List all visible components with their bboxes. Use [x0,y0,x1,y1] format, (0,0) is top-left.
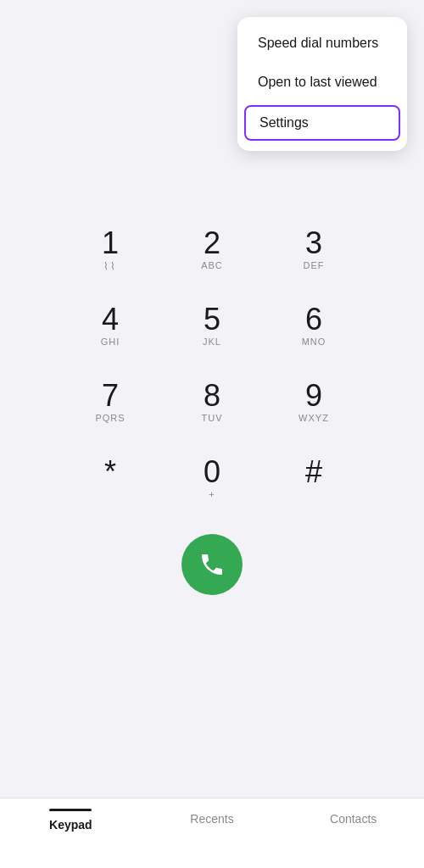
dialpad-container: 1⌇⌇2ABC3DEF4GHI5JKL6MNO7PQRS8TUV9WXYZ*0+… [0,212,424,595]
dial-key-1[interactable]: 1⌇⌇ [59,212,161,288]
dialpad-grid: 1⌇⌇2ABC3DEF4GHI5JKL6MNO7PQRS8TUV9WXYZ*0+… [59,212,365,517]
dial-letters-3: GHI [101,337,120,348]
nav-keypad-underline [49,809,92,811]
dropdown-menu: Speed dial numbers Open to last viewed S… [237,17,407,151]
dial-number-7: 8 [204,381,220,411]
phone-icon [198,551,226,578]
dial-letters-8: WXYZ [298,413,329,425]
dial-key-*[interactable]: * [59,441,161,517]
nav-contacts[interactable]: Contacts [282,809,424,826]
nav-recents[interactable]: Recents [142,809,283,826]
dial-letters-1: ABC [201,260,223,272]
dial-number-8: 9 [305,381,322,411]
dial-letters-10: + [209,489,215,501]
dial-key-#[interactable]: # [263,441,365,517]
dial-number-11: # [305,457,322,487]
dial-key-8[interactable]: 8TUV [161,364,263,441]
dial-letters-7: TUV [202,413,223,425]
dial-key-9[interactable]: 9WXYZ [263,364,365,441]
dropdown-speed-dial[interactable]: Speed dial numbers [237,24,407,63]
dial-letters-0: ⌇⌇ [103,260,117,272]
dial-number-10: 0 [204,457,220,487]
dial-number-6: 7 [102,381,119,411]
dial-key-7[interactable]: 7PQRS [59,364,161,441]
dial-number-4: 5 [204,304,220,335]
dial-number-1: 2 [204,228,220,259]
nav-recents-label: Recents [190,812,233,826]
dial-key-3[interactable]: 3DEF [263,212,365,288]
nav-keypad[interactable]: Keypad [0,809,142,832]
dropdown-settings[interactable]: Settings [244,105,400,141]
dropdown-open-last[interactable]: Open to last viewed [237,63,407,102]
call-button-container [181,534,243,595]
dial-number-5: 6 [305,304,322,335]
dial-key-5[interactable]: 5JKL [161,288,263,364]
bottom-nav: Keypad Recents Contacts [0,798,424,868]
call-button[interactable] [181,534,243,595]
dial-letters-5: MNO [302,337,326,348]
dial-key-2[interactable]: 2ABC [161,212,263,288]
dial-number-9: * [104,457,116,487]
dial-key-6[interactable]: 6MNO [263,288,365,364]
dial-number-2: 3 [305,228,322,259]
dial-letters-2: DEF [304,260,325,272]
dial-letters-6: PQRS [95,413,125,425]
dial-key-4[interactable]: 4GHI [59,288,161,364]
dial-number-3: 4 [102,304,119,335]
dial-key-0[interactable]: 0+ [161,441,263,517]
dial-letters-4: JKL [203,337,221,348]
nav-contacts-label: Contacts [330,812,377,826]
dial-number-0: 1 [102,228,119,259]
nav-keypad-label: Keypad [49,818,92,832]
